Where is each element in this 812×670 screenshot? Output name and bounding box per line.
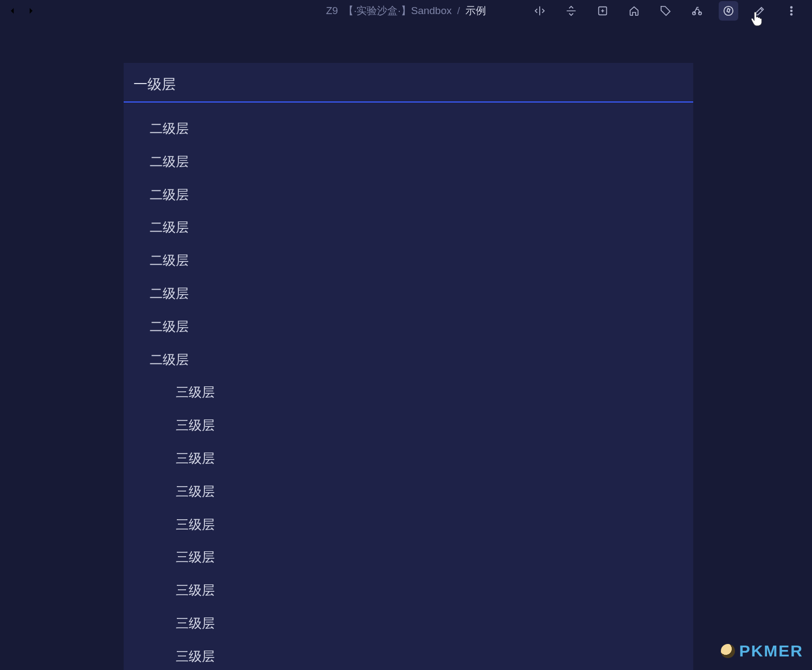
tag-icon[interactable] bbox=[656, 1, 675, 21]
heading-level-3: 三级层 bbox=[124, 574, 693, 607]
heading-level-3: 三级层 bbox=[124, 541, 693, 574]
breadcrumb-sep: / bbox=[457, 5, 460, 17]
breadcrumb: Z9 【·实验沙盒·】Sandbox / 示例 bbox=[326, 4, 486, 18]
heading-level-3: 三级层 bbox=[124, 442, 693, 475]
breadcrumb-seg-1[interactable]: Z9 bbox=[326, 5, 338, 17]
heading-level-2: 二级层 bbox=[124, 145, 693, 178]
svg-point-3 bbox=[724, 7, 733, 16]
heading-level-3: 三级层 bbox=[124, 508, 693, 541]
edit-icon[interactable] bbox=[750, 1, 770, 21]
heading-level-3: 三级层 bbox=[124, 409, 693, 442]
heading-level-2: 二级层 bbox=[124, 244, 693, 277]
nav-back-button[interactable] bbox=[7, 5, 18, 17]
heading-level-2: 二级层 bbox=[124, 178, 693, 212]
svg-point-4 bbox=[791, 7, 792, 8]
heading-level-2: 二级层 bbox=[124, 277, 693, 310]
split-horizontal-icon[interactable] bbox=[561, 1, 581, 21]
add-note-icon[interactable] bbox=[593, 1, 612, 21]
watermark: PKMER bbox=[721, 642, 803, 660]
content-pane: 一级层 二级层二级层二级层二级层二级层二级层二级层二级层 三级层三级层三级层三级… bbox=[124, 63, 693, 670]
watermark-logo-icon bbox=[721, 644, 735, 658]
split-vertical-icon[interactable] bbox=[530, 1, 549, 21]
watermark-text: PKMER bbox=[739, 642, 803, 660]
heading-level-2: 二级层 bbox=[124, 211, 693, 244]
breadcrumb-seg-2[interactable]: 【·实验沙盒·】Sandbox bbox=[343, 4, 452, 18]
svg-point-5 bbox=[791, 10, 792, 12]
home-icon[interactable] bbox=[624, 1, 644, 21]
heading-level-2: 二级层 bbox=[124, 310, 693, 343]
more-icon[interactable] bbox=[782, 1, 801, 21]
heading-level-3: 三级层 bbox=[124, 640, 693, 670]
heading-level-3: 三级层 bbox=[124, 607, 693, 640]
heading-level-2: 二级层 bbox=[124, 343, 693, 377]
heading-level-3: 三级层 bbox=[124, 475, 693, 508]
compass-icon[interactable] bbox=[719, 1, 738, 21]
toolbar-right bbox=[530, 1, 805, 21]
bike-icon[interactable] bbox=[687, 1, 707, 21]
nav-forward-button[interactable] bbox=[25, 5, 37, 17]
breadcrumb-active[interactable]: 示例 bbox=[465, 4, 486, 18]
heading-level-2: 二级层 bbox=[124, 112, 693, 145]
heading-level-1: 一级层 bbox=[124, 63, 693, 103]
svg-point-6 bbox=[791, 14, 792, 15]
heading-level-3: 三级层 bbox=[124, 376, 693, 409]
